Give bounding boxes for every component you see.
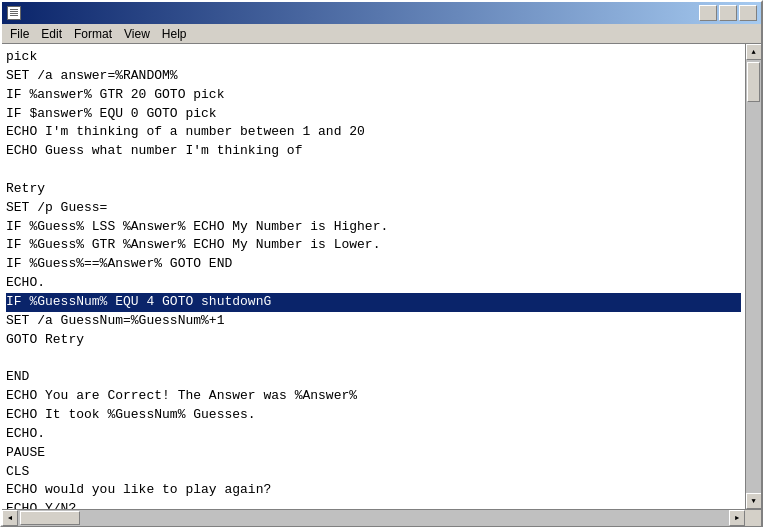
scroll-left-button[interactable]: ◄ [2,510,18,526]
menu-view[interactable]: View [118,25,156,43]
scroll-track-v[interactable] [746,60,761,493]
scroll-down-button[interactable]: ▼ [746,493,762,509]
close-button[interactable] [739,5,757,21]
scroll-right-button[interactable]: ► [729,510,745,526]
title-buttons [699,5,757,21]
scroll-up-button[interactable]: ▲ [746,44,762,60]
maximize-button[interactable] [719,5,737,21]
horizontal-scrollbar-container: ◄ ► [2,509,761,525]
text-area-container[interactable]: pick SET /a answer=%RANDOM% IF %answer% … [2,44,745,509]
menu-help[interactable]: Help [156,25,193,43]
vertical-scrollbar[interactable]: ▲ ▼ [745,44,761,509]
title-bar [2,2,761,24]
title-bar-left [6,5,26,21]
scroll-thumb-h[interactable] [20,511,80,525]
scrollbar-corner [745,510,761,526]
menu-format[interactable]: Format [68,25,118,43]
horizontal-scrollbar[interactable]: ◄ ► [2,510,745,525]
menu-bar: File Edit Format View Help [2,24,761,44]
minimize-button[interactable] [699,5,717,21]
main-window: File Edit Format View Help pick SET /a a… [0,0,763,527]
editor-area: pick SET /a answer=%RANDOM% IF %answer% … [2,44,761,509]
text-content[interactable]: pick SET /a answer=%RANDOM% IF %answer% … [2,44,745,509]
menu-file[interactable]: File [4,25,35,43]
scroll-track-h[interactable] [18,510,729,526]
notepad-icon [7,6,21,20]
scroll-thumb-v[interactable] [747,62,760,102]
app-icon [6,5,22,21]
menu-edit[interactable]: Edit [35,25,68,43]
